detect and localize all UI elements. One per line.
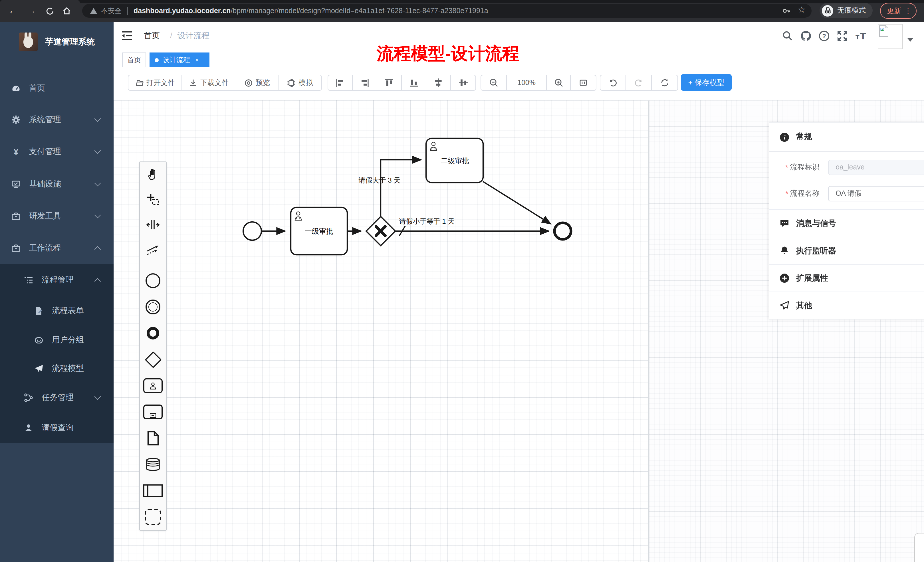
folder-open-icon [135,78,144,87]
sidebar-item-process-model[interactable]: 流程模型 [0,353,114,384]
refresh-icon [660,78,669,87]
chevron-down-icon [94,115,101,122]
home-icon [62,6,71,15]
svg-text:T: T [860,30,866,41]
field-process-name: * 流程名称 [770,178,924,209]
browser-reload-button[interactable] [43,4,57,18]
undo-icon [608,78,618,87]
browser-menu-icon[interactable]: ⋮ [904,7,912,15]
section-other[interactable]: 其他 [770,292,924,319]
section-execution-listeners[interactable]: 执行监听器 [770,237,924,265]
save-model-button[interactable]: + 保存模型 [681,74,732,91]
not-secure-label[interactable]: 不安全 [101,6,122,16]
align-middle-h-icon [459,78,468,87]
simulate-button[interactable]: 模拟 [279,75,321,90]
fit-viewport-button[interactable] [571,75,596,90]
bookmark-star-icon[interactable]: ☆ [798,4,806,15]
process-name-input[interactable] [828,186,924,201]
condition-le1-label[interactable]: 请假小于等于 1 天 [399,217,455,225]
chevron-down-icon [94,180,101,187]
section-extension-properties[interactable]: 扩展属性 [770,265,924,292]
browser-forward-button[interactable]: → [24,4,38,18]
properties-region: i 常规 * 流程标识 * 流程名称 消息与信号 [648,100,924,562]
bpmn-diagram[interactable]: 一级审批 二级审批 请假大于 3 天 请假小 [114,100,648,562]
chevron-down-icon [94,393,101,400]
font-size-icon[interactable]: TT [855,30,866,42]
section-general[interactable]: i 常规 [770,123,924,151]
url-path[interactable]: /bpm/manager/model/design?modelId=e4a1a1… [231,7,488,15]
align-top-icon [385,78,394,87]
help-icon[interactable]: ? [818,30,830,42]
github-icon[interactable] [800,30,812,42]
breadcrumb-separator: / [170,31,172,40]
process-key-input[interactable] [828,159,924,175]
close-tab-icon[interactable]: × [195,57,199,63]
fold-sidebar-icon[interactable] [122,30,132,41]
app-logo-row[interactable]: 芋道管理系统 [0,22,114,61]
sidebar-item-process-mgmt[interactable]: 流程管理 [0,265,114,295]
align-left-button[interactable] [328,75,353,90]
align-middle-horizontal-button[interactable] [451,75,476,90]
browser-update-button[interactable]: 更新 ⋮ [880,3,916,19]
breadcrumb-home[interactable]: 首页 [144,31,160,41]
align-middle-vertical-button[interactable] [426,75,451,90]
sidebar-item-devtools[interactable]: 研发工具 [0,201,114,232]
bpmn-canvas[interactable]: 一级审批 二级审批 请假大于 3 天 请假小 [114,100,648,562]
align-bottom-button[interactable] [402,75,426,90]
sidebar-item-home[interactable]: 首页 [0,73,114,104]
undo-button[interactable] [600,75,626,90]
sidebar-item-payment[interactable]: ¥ 支付管理 [0,136,114,167]
flow-task2-to-end[interactable] [483,181,551,224]
password-key-icon[interactable] [782,6,791,15]
svg-text:T: T [855,34,860,41]
sidebar-item-user-group[interactable]: 用户分组 [0,325,114,355]
incognito-badge: 无痕模式 [819,3,873,18]
info-icon: i [780,132,789,142]
align-right-icon [360,78,369,87]
url-host[interactable]: dashboard.yudao.iocoder.cn [134,7,231,15]
tab-home[interactable]: 首页 [122,52,146,67]
end-event[interactable] [555,223,571,239]
breadcrumb-current: 设计流程 [177,31,210,41]
redo-button[interactable] [626,75,652,90]
align-right-button[interactable] [353,75,377,90]
sidebar-item-infra[interactable]: 基础设施 [0,169,114,200]
zoom-in-button[interactable] [547,75,571,90]
zoom-out-button[interactable] [481,75,507,90]
start-event[interactable] [243,222,261,240]
document-edit-icon [34,306,44,316]
gear-icon [11,115,21,124]
reload-icon [45,7,54,15]
sidebar-item-leave-query[interactable]: 请假查询 [0,412,114,443]
designer-toolbar: 打开文件 下载文件 预览 模拟 [114,71,924,100]
avatar[interactable] [878,24,903,49]
address-bar[interactable]: 不安全 dashboard.yudao.iocoder.cn/bpm/manag… [82,4,812,18]
sidebar-item-process-form[interactable]: 流程表单 [0,295,114,326]
zoom-out-icon [489,78,498,87]
browser-back-button[interactable]: ← [6,4,20,18]
restart-button[interactable] [652,75,678,90]
browser-home-button[interactable] [60,4,74,18]
svg-text:i: i [784,133,786,141]
open-file-button[interactable]: 打开文件 [128,75,182,90]
chevron-up-icon [94,278,101,285]
redo-icon [634,78,643,87]
dashboard-icon [11,84,21,93]
person-icon [24,423,33,433]
preview-button[interactable]: 预览 [236,75,279,90]
sidebar-item-system[interactable]: 系统管理 [0,104,114,135]
chevron-down-icon [94,147,101,154]
sidebar-item-task-mgmt[interactable]: 任务管理 [0,382,114,413]
avatar-caret-icon[interactable] [908,38,913,42]
section-messages-signals[interactable]: 消息与信号 [770,210,924,237]
condition-gt3-label[interactable]: 请假大于 3 天 [359,176,400,184]
sidebar-item-workflow[interactable]: 工作流程 [0,233,114,264]
fullscreen-icon[interactable] [837,30,848,42]
panel-corner-widget [914,533,924,562]
download-file-button[interactable]: 下载文件 [182,75,236,90]
message-icon [780,219,789,228]
tab-design-process[interactable]: 设计流程 × [150,52,210,67]
flow-gateway-to-task2[interactable] [381,160,421,217]
align-top-button[interactable] [377,75,402,90]
search-icon[interactable] [782,30,793,42]
